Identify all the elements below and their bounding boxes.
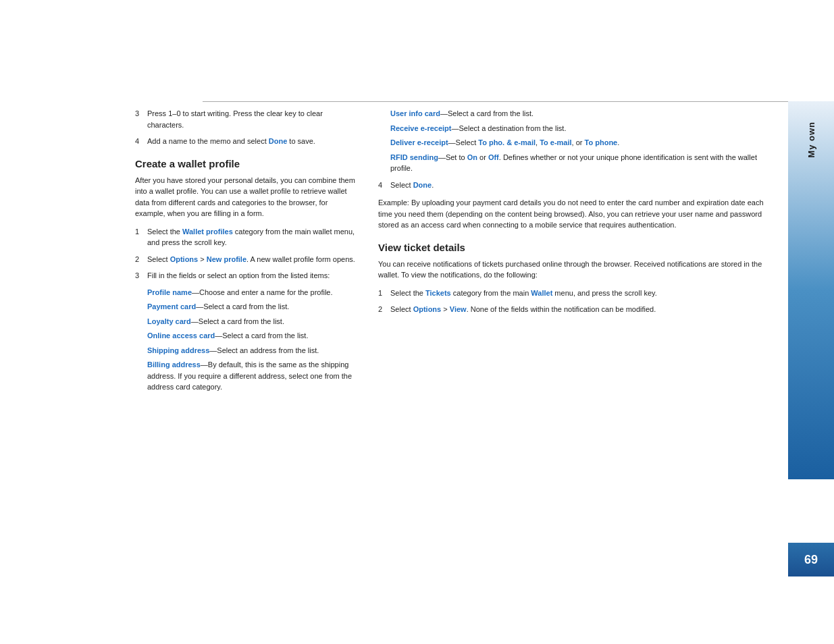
wallet-link[interactable]: Wallet	[531, 289, 552, 297]
vt-step-1-number: 1	[378, 288, 390, 299]
right-column: User info card—Select a card from the li…	[378, 108, 773, 590]
step-3-top-number: 3	[135, 108, 147, 130]
create-wallet-intro: After you have stored your personal deta…	[135, 175, 358, 219]
rfid-sending-label: RFID sending	[390, 153, 438, 161]
step-3b-text: Fill in the fields or select an option f…	[147, 270, 330, 281]
options-link-2[interactable]: Options	[413, 305, 442, 313]
user-info-card-text: —Select a card from the list.	[440, 109, 533, 117]
to-email-link[interactable]: To e-mail	[540, 138, 571, 146]
view-link[interactable]: View	[450, 305, 467, 313]
sub-online-access-card: Online access card—Select a card from th…	[147, 330, 358, 342]
sidebar-label: My own	[806, 122, 816, 158]
page-container: My own 69 3 Press 1–0 to start writing. …	[0, 0, 834, 644]
tickets-link[interactable]: Tickets	[425, 289, 451, 297]
content-area: 3 Press 1–0 to start writing. Press the …	[135, 108, 773, 590]
vt-step-1: 1 Select the Tickets category from the m…	[378, 288, 773, 299]
online-access-card-text: —Select a card from the list.	[215, 331, 308, 340]
step-4-top-text: Add a name to the memo and select Done t…	[147, 136, 315, 147]
page-number: 69	[804, 553, 818, 567]
receive-ereceipt-label: Receive e-receipt	[390, 124, 452, 132]
to-pho-email-link[interactable]: To pho. & e-mail	[478, 138, 536, 146]
on-link[interactable]: On	[467, 153, 477, 161]
new-profile-link[interactable]: New profile	[207, 255, 246, 263]
step-3-top: 3 Press 1–0 to start writing. Press the …	[135, 108, 358, 130]
sub-deliver-ereceipt: Deliver e-receipt—Select To pho. & e-mai…	[390, 137, 773, 149]
vt-step-2: 2 Select Options > View. None of the fie…	[378, 304, 773, 315]
step-2-text: Select Options > New profile. A new wall…	[147, 254, 355, 265]
left-column: 3 Press 1–0 to start writing. Press the …	[135, 108, 358, 590]
sub-loyalty-card: Loyalty card—Select a card from the list…	[147, 316, 358, 327]
deliver-ereceipt-text: —Select To pho. & e-mail, To e-mail, or …	[448, 138, 620, 146]
vt-step-2-number: 2	[378, 304, 390, 315]
step-4-right: 4 Select Done.	[378, 180, 773, 191]
step-3b: 3 Fill in the fields or select an option…	[135, 270, 358, 281]
step-2: 2 Select Options > New profile. A new wa…	[135, 254, 358, 265]
sub-user-info-card: User info card—Select a card from the li…	[390, 108, 773, 119]
sidebar-tab: My own	[788, 101, 834, 479]
view-ticket-intro: You can receive notifications of tickets…	[378, 259, 773, 281]
view-ticket-heading: View ticket details	[378, 242, 773, 253]
online-access-card-label: Online access card	[147, 331, 215, 340]
step-1: 1 Select the Wallet profiles category fr…	[135, 226, 358, 248]
rfid-sending-text: —Set to On or Off. Defines whether or no…	[390, 153, 757, 173]
loyalty-card-text: —Select a card from the list.	[191, 317, 284, 325]
top-rule	[203, 101, 788, 102]
step-4-right-text: Select Done.	[390, 180, 434, 191]
sub-shipping-address: Shipping address—Select an address from …	[147, 345, 358, 356]
step-1-text: Select the Wallet profiles category from…	[147, 226, 358, 248]
step-4-top: 4 Add a name to the memo and select Done…	[135, 136, 358, 147]
payment-card-label: Payment card	[147, 302, 196, 311]
vt-step-2-text: Select Options > View. None of the field…	[390, 304, 656, 315]
payment-card-text: —Select a card from the list.	[196, 302, 289, 311]
receive-ereceipt-text: —Select a destination from the list.	[452, 124, 567, 132]
example-text: Example: By uploading your payment card …	[378, 197, 773, 231]
off-link[interactable]: Off	[488, 153, 499, 161]
user-info-card-label: User info card	[390, 109, 440, 117]
sub-rfid-sending: RFID sending—Set to On or Off. Defines w…	[390, 152, 773, 174]
profile-name-text: —Choose and enter a name for the profile…	[192, 288, 333, 296]
shipping-address-text: —Select an address from the list.	[209, 346, 319, 354]
options-link-1[interactable]: Options	[170, 255, 199, 263]
step-1-number: 1	[135, 226, 147, 248]
billing-address-label: Billing address	[147, 360, 201, 369]
step-3b-number: 3	[135, 270, 147, 281]
create-wallet-heading: Create a wallet profile	[135, 158, 358, 169]
step-2-number: 2	[135, 254, 147, 265]
sub-receive-ereceipt: Receive e-receipt—Select a destination f…	[390, 123, 773, 134]
vt-step-1-text: Select the Tickets category from the mai…	[390, 288, 657, 299]
sub-payment-card: Payment card—Select a card from the list…	[147, 301, 358, 313]
step-4-right-number: 4	[378, 180, 390, 191]
done-link-1[interactable]: Done	[269, 137, 288, 145]
step-4-top-number: 4	[135, 136, 147, 147]
sub-profile-name: Profile name—Choose and enter a name for…	[147, 287, 358, 298]
sub-billing-address: Billing address—By default, this is the …	[147, 359, 358, 393]
loyalty-card-label: Loyalty card	[147, 317, 191, 325]
to-phone-link[interactable]: To phone	[585, 138, 618, 146]
step-3-top-text: Press 1–0 to start writing. Press the cl…	[147, 108, 358, 130]
profile-name-label: Profile name	[147, 288, 192, 296]
shipping-address-label: Shipping address	[147, 346, 209, 354]
deliver-ereceipt-label: Deliver e-receipt	[390, 138, 448, 146]
page-number-box: 69	[788, 543, 834, 576]
wallet-profiles-link[interactable]: Wallet profiles	[182, 227, 233, 236]
done-link-2[interactable]: Done	[413, 181, 432, 189]
